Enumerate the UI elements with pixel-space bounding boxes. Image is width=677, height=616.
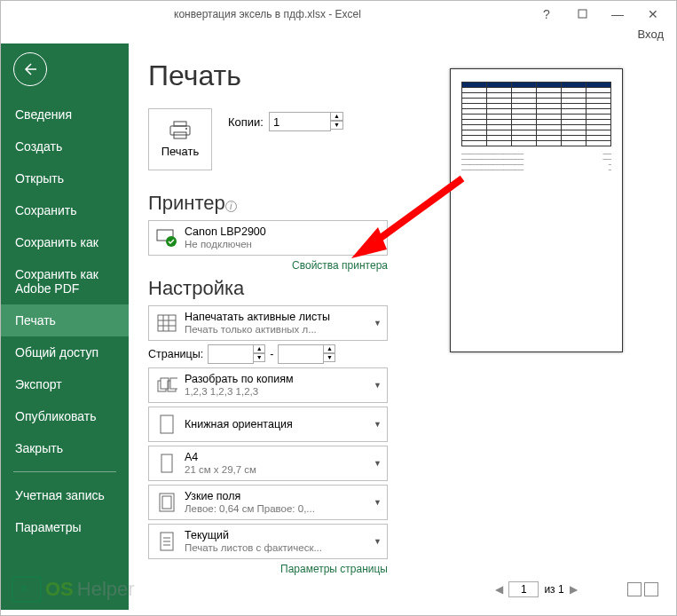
maximize-button[interactable] bbox=[564, 7, 600, 21]
sidebar-item-share[interactable]: Общий доступ bbox=[1, 336, 129, 368]
sidebar-item-new[interactable]: Создать bbox=[1, 130, 129, 162]
arrow-left-icon bbox=[22, 61, 38, 77]
svg-rect-11 bbox=[170, 378, 177, 389]
pages-to-input[interactable] bbox=[278, 344, 324, 364]
help-button[interactable]: ? bbox=[529, 7, 564, 21]
window-title: конвертация эксель в пдф.xlsx - Excel bbox=[174, 8, 361, 20]
print-preview: ───────────────────────── ──────────────… bbox=[388, 59, 667, 610]
minimize-button[interactable]: — bbox=[600, 7, 635, 21]
printer-icon bbox=[169, 121, 192, 140]
sidebar-item-options[interactable]: Параметры bbox=[1, 511, 129, 543]
sidebar-item-open[interactable]: Открыть bbox=[1, 162, 129, 194]
page-navigator: ◀ из 1 ▶ bbox=[405, 581, 667, 597]
back-button[interactable] bbox=[13, 52, 47, 86]
sheets-icon bbox=[154, 311, 179, 336]
page-setup-link[interactable]: Параметры страницы bbox=[148, 563, 388, 575]
copies-input[interactable] bbox=[269, 112, 331, 131]
current-page-input[interactable] bbox=[508, 581, 539, 597]
copies-up[interactable]: ▲ bbox=[331, 112, 343, 121]
svg-rect-2 bbox=[170, 126, 190, 135]
printer-properties-link[interactable]: Свойства принтера bbox=[148, 259, 388, 272]
prev-page-button[interactable]: ◀ bbox=[495, 583, 503, 596]
scale-dropdown[interactable]: ТекущийПечать листов с фактическ... ▼ bbox=[148, 524, 388, 559]
chevron-down-icon: ▼ bbox=[374, 233, 382, 242]
watermark: OSHelper bbox=[12, 576, 135, 603]
info-icon[interactable]: i bbox=[225, 201, 237, 212]
svg-rect-13 bbox=[161, 454, 172, 472]
svg-rect-15 bbox=[162, 496, 171, 509]
print-button-label: Печать bbox=[161, 145, 200, 158]
collate-dropdown[interactable]: Разобрать по копиям1,2,3 1,2,3 1,2,3 ▼ bbox=[148, 367, 388, 403]
sidebar-item-publish[interactable]: Опубликовать bbox=[1, 400, 129, 432]
scale-icon bbox=[154, 529, 179, 554]
preview-table bbox=[461, 82, 611, 146]
paper-dropdown[interactable]: A421 см x 29,7 см ▼ bbox=[148, 446, 388, 481]
page-of-label: из 1 bbox=[544, 583, 563, 596]
svg-point-4 bbox=[185, 128, 187, 130]
printer-heading: Принтер bbox=[148, 192, 225, 215]
svg-rect-7 bbox=[158, 315, 176, 331]
sidebar-item-info[interactable]: Сведения bbox=[1, 99, 129, 130]
login-link[interactable]: Вход bbox=[1, 28, 676, 43]
sidebar-item-close[interactable]: Закрыть bbox=[1, 432, 129, 464]
chevron-down-icon: ▼ bbox=[374, 319, 382, 328]
svg-rect-0 bbox=[579, 10, 586, 18]
settings-heading: Настройка bbox=[148, 277, 388, 300]
preview-page: ───────────────────────── ──────────────… bbox=[450, 68, 623, 352]
printer-name: Canon LBP2900 bbox=[185, 225, 371, 238]
pages-from-input[interactable] bbox=[208, 344, 254, 364]
sidebar-item-account[interactable]: Учетная запись bbox=[1, 479, 129, 511]
orientation-icon bbox=[154, 412, 179, 437]
svg-rect-1 bbox=[174, 122, 186, 126]
sidebar-item-print[interactable]: Печать bbox=[1, 304, 129, 336]
close-button[interactable]: ✕ bbox=[635, 7, 671, 21]
title-bar: конвертация эксель в пдф.xlsx - Excel ? … bbox=[1, 1, 676, 28]
page-title: Печать bbox=[148, 59, 388, 92]
sidebar-item-export[interactable]: Экспорт bbox=[1, 368, 129, 400]
chevron-down-icon: ▼ bbox=[374, 459, 382, 468]
copies-down[interactable]: ▼ bbox=[331, 121, 343, 130]
print-sheets-dropdown[interactable]: Напечатать активные листыПечать только а… bbox=[148, 305, 388, 341]
chevron-down-icon: ▼ bbox=[374, 498, 382, 507]
printer-status-icon bbox=[154, 225, 179, 250]
margins-icon bbox=[154, 490, 179, 515]
copies-label: Копии: bbox=[228, 115, 264, 129]
preview-summary: ───────────────────────── ──────────────… bbox=[461, 152, 611, 173]
chevron-down-icon: ▼ bbox=[374, 420, 382, 429]
show-margins-button[interactable] bbox=[627, 582, 642, 596]
sidebar-item-adobepdf[interactable]: Сохранить как Adobe PDF bbox=[1, 258, 129, 304]
next-page-button[interactable]: ▶ bbox=[570, 583, 578, 596]
chevron-down-icon: ▼ bbox=[374, 537, 382, 546]
collate-icon bbox=[154, 373, 179, 398]
orientation-dropdown[interactable]: Книжная ориентация ▼ bbox=[148, 407, 388, 442]
svg-rect-12 bbox=[161, 415, 173, 433]
paper-icon bbox=[154, 451, 179, 476]
zoom-to-page-button[interactable] bbox=[644, 582, 658, 596]
sidebar: Сведения Создать Открыть Сохранить Сохра… bbox=[1, 43, 129, 610]
printer-status: Не подключен bbox=[185, 238, 371, 250]
margins-dropdown[interactable]: Узкие поляЛевое: 0,64 см Правое: 0,... ▼ bbox=[148, 485, 388, 520]
pages-label: Страницы: bbox=[148, 348, 203, 360]
print-button[interactable]: Печать bbox=[148, 108, 212, 170]
chevron-down-icon: ▼ bbox=[374, 381, 382, 390]
printer-dropdown[interactable]: Canon LBP2900Не подключен ▼ bbox=[148, 220, 388, 256]
sidebar-item-saveas[interactable]: Сохранить как bbox=[1, 226, 129, 258]
sidebar-item-save[interactable]: Сохранить bbox=[1, 194, 129, 226]
